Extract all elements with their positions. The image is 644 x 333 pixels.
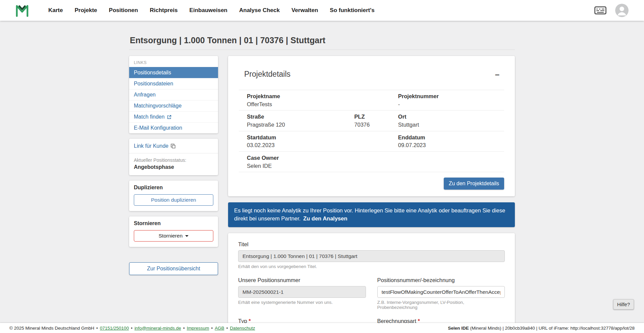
projektname-value: OfferTests [247, 101, 390, 108]
footer-link-agb[interactable]: AGB [215, 326, 224, 331]
ort-label: Ort [398, 113, 504, 120]
footer-separator: • [226, 326, 228, 331]
project-row-address: Straße Pragstraße 120 PLZ 70376 Ort Stut… [239, 110, 504, 131]
footer-separator: • [183, 326, 185, 331]
nav-item-so-funktionierts[interactable]: So funktioniert's [328, 5, 376, 16]
duplicate-position-button[interactable]: Position duplizieren [134, 194, 213, 206]
logo-icon [15, 4, 29, 17]
page-content: Entsorgung | 1.000 Tonnen | 01 | 70376 |… [129, 21, 515, 333]
nav-item-analyse-check[interactable]: Analyse Check [238, 5, 281, 16]
footer-session-info: Selen IDE (Mineral Minds) | 20b0cb39a840… [448, 326, 635, 331]
project-row-dates: Startdatum 03.02.2023 Enddatum 09.07.202… [239, 131, 504, 151]
plz-label: PLZ [354, 113, 390, 120]
copy-icon [171, 144, 175, 148]
sidebar-links-header: LINKS [129, 58, 218, 67]
projektnummer-label: Projektnummer [398, 93, 504, 100]
nav-item-projekte[interactable]: Projekte [73, 5, 98, 16]
titel-input [238, 250, 505, 262]
cancel-header: Stornieren [134, 220, 213, 226]
copyright-text: © 2025 Mineral Minds Deutschland GmbH [9, 326, 94, 331]
footer-link-impressum[interactable]: Impressum [187, 326, 209, 331]
enddatum-label: Enddatum [398, 134, 504, 141]
customer-link-label: Link für Kunde [134, 143, 168, 149]
footer-link-datenschutz[interactable]: Datenschutz [230, 326, 255, 331]
footer: © 2025 Mineral Minds Deutschland GmbH • … [0, 323, 644, 333]
main-column: Projektdetails – Projektname OfferTests … [228, 56, 515, 333]
app-logo[interactable] [15, 4, 29, 17]
help-button[interactable]: Hilfe? [613, 299, 634, 310]
sidebar-item-label: Match finden [134, 114, 165, 120]
posnr-input [238, 286, 366, 298]
case-owner-label: Case Owner [247, 154, 504, 161]
duplicate-card: Duplizieren Position duplizieren [129, 181, 218, 211]
duplicate-header: Duplizieren [134, 185, 213, 191]
navbar-right [594, 4, 629, 17]
sidebar-item-anfragen[interactable]: Anfragen [129, 89, 218, 100]
nav-item-positionen[interactable]: Positionen [108, 5, 140, 16]
sidebar-item-positionsdetails[interactable]: Positionsdetails [129, 67, 218, 78]
nav-item-einbauweisen[interactable]: Einbauweisen [188, 5, 229, 16]
sidebar-item-positionsdateien[interactable]: Positionsdateien [129, 78, 218, 89]
position-status-value: Angebotsphase [134, 164, 213, 170]
sidebar-item-email-konfiguration[interactable]: E-Mail Konfiguration [129, 122, 218, 133]
position-form-card: Titel Erhält den von uns vorgegebenen Ti… [228, 233, 515, 333]
project-row-name: Projektname OfferTests Projektnummer - [239, 90, 504, 110]
caret-down-icon [185, 235, 189, 237]
nav-item-richtpreis[interactable]: Richtpreis [148, 5, 179, 16]
footer-link-phone[interactable]: 07151/250100 [100, 326, 129, 331]
nav-item-karte[interactable]: Karte [47, 5, 64, 16]
ort-value: Stuttgart [398, 121, 504, 128]
footer-separator: • [211, 326, 213, 331]
strasse-value: Pragstraße 120 [247, 121, 346, 128]
footer-meta: (Mineral Minds) | 20b0cb39a840 | URL of … [469, 326, 635, 331]
projektname-label: Projektname [247, 93, 390, 100]
footer-left: © 2025 Mineral Minds Deutschland GmbH • … [9, 326, 255, 331]
collapse-button[interactable]: – [494, 70, 501, 78]
project-details-button[interactable]: Zu den Projektdetails [444, 178, 504, 190]
startdatum-label: Startdatum [247, 134, 390, 141]
bezeichnung-label: Positionsnummer/-bezeichnung [377, 277, 505, 283]
posnr-help: Erhält eine systemgenerierte Nummer von … [238, 300, 366, 305]
project-details-title: Projektdetails [244, 70, 290, 79]
title-divider [129, 50, 515, 50]
top-navbar: Karte Projekte Positionen Richtpreis Ein… [0, 0, 644, 21]
projektnummer-value: - [398, 101, 504, 108]
footer-link-email[interactable]: info@mineral-minds.de [135, 326, 181, 331]
customer-link[interactable]: Link für Kunde [134, 143, 175, 149]
footer-separator: • [131, 326, 132, 331]
analyses-link[interactable]: Zu den Analysen [303, 215, 347, 221]
footer-user: Selen IDE [448, 326, 469, 331]
nav-item-verwalten[interactable]: Verwalten [290, 5, 319, 16]
project-details-card: Projektdetails – Projektname OfferTests … [228, 56, 515, 196]
cancel-button-label: Stornieren [159, 233, 183, 239]
posnr-field: Unsere Positionsnummer Erhält eine syste… [238, 277, 366, 310]
external-link-icon [167, 115, 171, 119]
status-divider [129, 153, 218, 153]
case-owner-value: Selen IDE [247, 162, 504, 170]
sidebar-links-card: LINKS Positionsdetails Positionsdateien … [129, 56, 218, 133]
keyboard-icon[interactable] [594, 6, 606, 14]
cancel-card: Stornieren Stornieren [129, 216, 218, 247]
startdatum-value: 03.02.2023 [247, 142, 390, 149]
plz-value: 70376 [354, 121, 390, 128]
sidebar: LINKS Positionsdetails Positionsdateien … [129, 56, 218, 275]
bezeichnung-field: Positionsnummer/-bezeichnung Z.B. Intern… [377, 277, 505, 310]
titel-help: Erhält den von uns vorgegebenen Titel. [238, 264, 505, 269]
person-icon [615, 4, 629, 17]
main-nav: Karte Projekte Positionen Richtpreis Ein… [47, 5, 376, 16]
page-title: Entsorgung | 1.000 Tonnen | 01 | 70376 |… [130, 36, 515, 45]
position-status-label: Aktueller Positionsstatus: [134, 157, 213, 163]
enddatum-value: 09.07.2023 [398, 142, 504, 149]
strasse-label: Straße [247, 113, 346, 120]
sidebar-item-match-finden[interactable]: Match finden [129, 111, 218, 122]
sidebar-item-matchingvorschlaege[interactable]: Matchingvorschläge [129, 100, 218, 111]
position-overview-button[interactable]: Zur Positionsübersicht [129, 262, 218, 275]
user-avatar[interactable] [615, 4, 629, 17]
posnr-label: Unsere Positionsnummer [238, 277, 366, 283]
cancel-position-button[interactable]: Stornieren [134, 230, 213, 242]
bezeichnung-input[interactable] [377, 286, 505, 298]
titel-label: Titel [238, 241, 505, 248]
analytics-alert-banner: Es liegt noch keine Analytik zu Ihrer Po… [228, 202, 515, 227]
project-row-owner: Case Owner Selen IDE [239, 151, 504, 172]
alert-text: Es liegt noch keine Analytik zu Ihrer Po… [234, 207, 505, 221]
